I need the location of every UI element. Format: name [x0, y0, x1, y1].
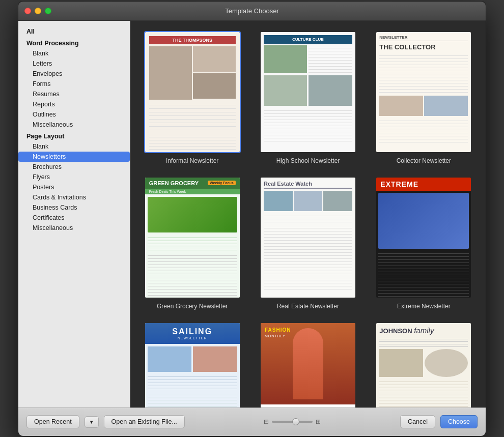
maximize-button[interactable]	[45, 8, 51, 14]
template-item-highschool[interactable]: CULTURE CLUB	[256, 31, 359, 164]
sidebar-item-blank-wp[interactable]: Blank	[18, 48, 130, 59]
sidebar-item-cards-invitations[interactable]: Cards & Invitations	[18, 192, 130, 202]
open-existing-button[interactable]: Open an Existing File...	[104, 415, 185, 428]
sidebar-item-reports[interactable]: Reports	[18, 99, 130, 109]
sidebar-item-newsletters[interactable]: Newsletters	[18, 152, 130, 162]
zoom-thumb[interactable]	[292, 418, 299, 425]
sidebar-item-page-layout[interactable]: Page Layout	[18, 130, 130, 141]
templates-grid: THE THOMPSONS Informal Newsletter	[141, 31, 475, 407]
template-label-informal: Informal Newsletter	[166, 157, 218, 164]
template-grid-area: THE THOMPSONS Informal Newsletter	[130, 21, 486, 407]
sidebar-item-letters[interactable]: Letters	[18, 59, 130, 69]
minimize-button[interactable]	[35, 8, 41, 14]
template-chooser-window: Template Chooser All Word Processing Bla…	[18, 1, 486, 436]
open-recent-button[interactable]: Open Recent	[26, 415, 79, 428]
sidebar-item-blank-pl[interactable]: Blank	[18, 141, 130, 152]
traffic-lights	[24, 8, 51, 14]
template-item-green-grocery[interactable]: GREEN GROCERY Weekly Focus Fresh Deals T…	[141, 177, 244, 310]
template-thumb-family: JOHNSON family	[375, 322, 472, 407]
sidebar-item-flyers[interactable]: Flyers	[18, 172, 130, 182]
template-label-highschool: High School Newsletter	[276, 157, 340, 164]
template-label-green-grocery: Green Grocery Newsletter	[157, 303, 228, 310]
template-label-realestate: Real Estate Newsletter	[277, 303, 339, 310]
template-item-extreme[interactable]: EXTREME Extreme Newsletter	[372, 177, 475, 310]
template-item-family[interactable]: JOHNSON family Family Newsletter	[372, 322, 475, 407]
template-item-modern[interactable]: FASHIONMONTHLY Modern Newsletter	[256, 322, 359, 407]
sidebar-item-misc-pl[interactable]: Miscellaneous	[18, 223, 130, 233]
cancel-button[interactable]: Cancel	[400, 415, 435, 428]
sidebar-item-envelopes[interactable]: Envelopes	[18, 69, 130, 79]
template-item-realestate[interactable]: Real Estate Watch Real Estate Newsletter	[256, 177, 359, 310]
template-item-sailing[interactable]: SAILING NEWSLETTER	[141, 322, 244, 407]
zoom-out-icon: ⊟	[264, 418, 269, 425]
template-thumb-informal: THE THOMPSONS	[144, 31, 241, 153]
titlebar: Template Chooser	[18, 2, 486, 21]
template-item-collector[interactable]: NEWSLETTER THE COLLECTOR Collector Newsl…	[372, 31, 475, 164]
template-label-collector: Collector Newsletter	[397, 157, 451, 164]
sidebar-item-word-processing[interactable]: Word Processing	[18, 37, 130, 48]
zoom-in-icon: ⊞	[316, 418, 321, 425]
sidebar-item-forms[interactable]: Forms	[18, 79, 130, 89]
open-recent-arrow[interactable]: ▼	[85, 416, 99, 428]
template-thumb-green-grocery: GREEN GROCERY Weekly Focus Fresh Deals T…	[144, 177, 241, 299]
template-item-informal[interactable]: THE THOMPSONS Informal Newsletter	[141, 31, 244, 164]
choose-button[interactable]: Choose	[440, 415, 478, 428]
template-thumb-highschool: CULTURE CLUB	[260, 31, 356, 153]
zoom-track[interactable]	[272, 421, 313, 423]
bottom-bar: Open Recent ▼ Open an Existing File... ⊟…	[18, 407, 486, 436]
sidebar-item-business-cards[interactable]: Business Cards	[18, 202, 130, 213]
sidebar-item-misc-wp[interactable]: Miscellaneous	[18, 120, 130, 130]
template-thumb-collector: NEWSLETTER THE COLLECTOR	[375, 31, 472, 153]
template-thumb-sailing: SAILING NEWSLETTER	[144, 322, 241, 407]
sidebar-item-certificates[interactable]: Certificates	[18, 213, 130, 223]
window-title: Template Chooser	[225, 7, 279, 15]
sidebar-item-posters[interactable]: Posters	[18, 182, 130, 192]
template-thumb-extreme: EXTREME	[375, 177, 472, 299]
sidebar-item-outlines[interactable]: Outlines	[18, 109, 130, 120]
sidebar-item-brochures[interactable]: Brochures	[18, 162, 130, 172]
close-button[interactable]	[24, 8, 31, 14]
template-label-extreme: Extreme Newsletter	[397, 303, 451, 310]
sidebar: All Word Processing Blank Letters Envelo…	[18, 21, 130, 407]
content-area: All Word Processing Blank Letters Envelo…	[18, 21, 486, 407]
sidebar-item-resumes[interactable]: Resumes	[18, 89, 130, 99]
zoom-slider[interactable]: ⊟ ⊞	[264, 418, 321, 425]
sidebar-item-all[interactable]: All	[18, 25, 130, 37]
template-thumb-realestate: Real Estate Watch	[260, 177, 356, 299]
template-thumb-modern: FASHIONMONTHLY	[260, 322, 356, 407]
